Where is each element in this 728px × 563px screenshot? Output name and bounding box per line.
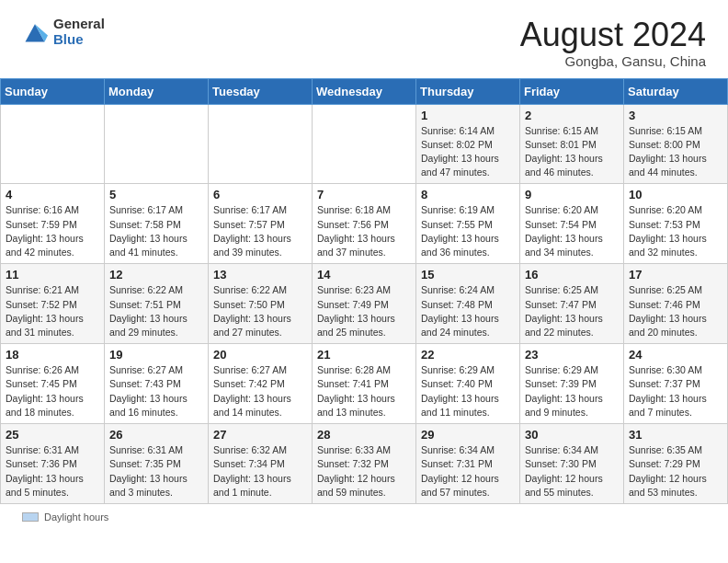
table-row: 12Sunrise: 6:22 AMSunset: 7:51 PMDayligh…	[105, 264, 209, 344]
col-saturday: Saturday	[624, 78, 728, 104]
daylight-bar-icon	[22, 512, 39, 522]
day-number: 1	[421, 109, 515, 122]
day-number: 12	[109, 268, 203, 282]
day-info: Sunrise: 6:32 AMSunset: 7:34 PMDaylight:…	[213, 444, 291, 498]
logo-icon	[22, 19, 48, 45]
title-block: August 2024 Gongba, Gansu, China	[520, 17, 706, 69]
col-sunday: Sunday	[1, 78, 105, 104]
day-number: 31	[629, 428, 722, 442]
day-info: Sunrise: 6:24 AMSunset: 7:48 PMDaylight:…	[421, 284, 499, 338]
footer: Daylight hours	[0, 504, 728, 526]
day-info: Sunrise: 6:20 AMSunset: 7:54 PMDaylight:…	[525, 204, 603, 258]
header: General Blue August 2024 Gongba, Gansu, …	[0, 0, 728, 78]
day-number: 3	[629, 109, 722, 122]
table-row: 13Sunrise: 6:22 AMSunset: 7:50 PMDayligh…	[209, 264, 313, 344]
day-info: Sunrise: 6:16 AMSunset: 7:59 PMDaylight:…	[6, 204, 84, 258]
table-row: 4Sunrise: 6:16 AMSunset: 7:59 PMDaylight…	[1, 184, 105, 264]
calendar-week-row: 25Sunrise: 6:31 AMSunset: 7:36 PMDayligh…	[1, 424, 728, 504]
calendar-header-row: Sunday Monday Tuesday Wednesday Thursday…	[1, 78, 728, 104]
day-number: 6	[213, 188, 307, 201]
footer-daylight-row: Daylight hours	[22, 511, 706, 523]
day-info: Sunrise: 6:30 AMSunset: 7:37 PMDaylight:…	[629, 364, 707, 418]
location-subtitle: Gongba, Gansu, China	[520, 53, 706, 69]
day-number: 13	[213, 268, 307, 282]
day-info: Sunrise: 6:31 AMSunset: 7:35 PMDaylight:…	[109, 444, 188, 498]
table-row: 21Sunrise: 6:28 AMSunset: 7:41 PMDayligh…	[313, 344, 416, 424]
table-row: 23Sunrise: 6:29 AMSunset: 7:39 PMDayligh…	[520, 344, 624, 424]
table-row: 2Sunrise: 6:15 AMSunset: 8:01 PMDaylight…	[520, 104, 624, 184]
day-info: Sunrise: 6:22 AMSunset: 7:50 PMDaylight:…	[213, 284, 291, 338]
table-row: 17Sunrise: 6:25 AMSunset: 7:46 PMDayligh…	[624, 264, 728, 344]
day-info: Sunrise: 6:27 AMSunset: 7:42 PMDaylight:…	[213, 364, 291, 418]
table-row: 6Sunrise: 6:17 AMSunset: 7:57 PMDaylight…	[209, 184, 313, 264]
day-number: 19	[109, 348, 203, 362]
day-info: Sunrise: 6:19 AMSunset: 7:55 PMDaylight:…	[421, 204, 499, 258]
table-row: 5Sunrise: 6:17 AMSunset: 7:58 PMDaylight…	[105, 184, 209, 264]
logo: General Blue	[22, 17, 105, 47]
day-number: 23	[525, 348, 619, 362]
day-info: Sunrise: 6:14 AMSunset: 8:02 PMDaylight:…	[421, 125, 499, 178]
page-wrapper: General Blue August 2024 Gongba, Gansu, …	[0, 0, 728, 526]
day-info: Sunrise: 6:33 AMSunset: 7:32 PMDaylight:…	[317, 444, 395, 498]
col-monday: Monday	[105, 78, 209, 104]
table-row: 3Sunrise: 6:15 AMSunset: 8:00 PMDaylight…	[624, 104, 728, 184]
day-info: Sunrise: 6:22 AMSunset: 7:51 PMDaylight:…	[109, 284, 188, 338]
table-row: 18Sunrise: 6:26 AMSunset: 7:45 PMDayligh…	[1, 344, 105, 424]
day-info: Sunrise: 6:15 AMSunset: 8:00 PMDaylight:…	[629, 125, 707, 178]
day-number: 29	[421, 428, 515, 442]
logo-text: General Blue	[53, 17, 105, 47]
day-number: 4	[6, 188, 99, 201]
day-info: Sunrise: 6:34 AMSunset: 7:30 PMDaylight:…	[525, 444, 603, 498]
calendar-week-row: 11Sunrise: 6:21 AMSunset: 7:52 PMDayligh…	[1, 264, 728, 344]
day-number: 15	[421, 268, 515, 282]
day-number: 10	[629, 188, 722, 201]
table-row	[105, 104, 209, 184]
day-info: Sunrise: 6:17 AMSunset: 7:57 PMDaylight:…	[213, 204, 291, 258]
table-row: 1Sunrise: 6:14 AMSunset: 8:02 PMDaylight…	[416, 104, 520, 184]
table-row: 25Sunrise: 6:31 AMSunset: 7:36 PMDayligh…	[1, 424, 105, 504]
logo-general-text: General	[53, 17, 105, 32]
day-info: Sunrise: 6:31 AMSunset: 7:36 PMDaylight:…	[6, 444, 84, 498]
day-number: 25	[6, 428, 99, 442]
day-number: 7	[317, 188, 411, 201]
calendar-week-row: 18Sunrise: 6:26 AMSunset: 7:45 PMDayligh…	[1, 344, 728, 424]
day-number: 21	[317, 348, 411, 362]
table-row: 30Sunrise: 6:34 AMSunset: 7:30 PMDayligh…	[520, 424, 624, 504]
day-number: 28	[317, 428, 411, 442]
table-row: 24Sunrise: 6:30 AMSunset: 7:37 PMDayligh…	[624, 344, 728, 424]
day-number: 30	[525, 428, 619, 442]
table-row: 11Sunrise: 6:21 AMSunset: 7:52 PMDayligh…	[1, 264, 105, 344]
day-number: 20	[213, 348, 307, 362]
logo-blue-text: Blue	[53, 32, 105, 48]
month-year-title: August 2024	[520, 17, 706, 53]
day-number: 14	[317, 268, 411, 282]
day-info: Sunrise: 6:29 AMSunset: 7:39 PMDaylight:…	[525, 364, 603, 418]
table-row	[1, 104, 105, 184]
day-info: Sunrise: 6:25 AMSunset: 7:47 PMDaylight:…	[525, 284, 603, 338]
day-info: Sunrise: 6:28 AMSunset: 7:41 PMDaylight:…	[317, 364, 395, 418]
table-row: 14Sunrise: 6:23 AMSunset: 7:49 PMDayligh…	[313, 264, 416, 344]
day-number: 8	[421, 188, 515, 201]
table-row: 22Sunrise: 6:29 AMSunset: 7:40 PMDayligh…	[416, 344, 520, 424]
day-number: 17	[629, 268, 722, 282]
table-row: 20Sunrise: 6:27 AMSunset: 7:42 PMDayligh…	[209, 344, 313, 424]
col-wednesday: Wednesday	[313, 78, 416, 104]
day-info: Sunrise: 6:29 AMSunset: 7:40 PMDaylight:…	[421, 364, 499, 418]
day-number: 26	[109, 428, 203, 442]
day-info: Sunrise: 6:15 AMSunset: 8:01 PMDaylight:…	[525, 125, 603, 178]
day-info: Sunrise: 6:27 AMSunset: 7:43 PMDaylight:…	[109, 364, 188, 418]
table-row: 27Sunrise: 6:32 AMSunset: 7:34 PMDayligh…	[209, 424, 313, 504]
table-row: 10Sunrise: 6:20 AMSunset: 7:53 PMDayligh…	[624, 184, 728, 264]
col-friday: Friday	[520, 78, 624, 104]
table-row: 29Sunrise: 6:34 AMSunset: 7:31 PMDayligh…	[416, 424, 520, 504]
table-row: 16Sunrise: 6:25 AMSunset: 7:47 PMDayligh…	[520, 264, 624, 344]
table-row: 31Sunrise: 6:35 AMSunset: 7:29 PMDayligh…	[624, 424, 728, 504]
calendar-week-row: 1Sunrise: 6:14 AMSunset: 8:02 PMDaylight…	[1, 104, 728, 184]
table-row: 19Sunrise: 6:27 AMSunset: 7:43 PMDayligh…	[105, 344, 209, 424]
table-row: 26Sunrise: 6:31 AMSunset: 7:35 PMDayligh…	[105, 424, 209, 504]
day-number: 18	[6, 348, 99, 362]
table-row: 8Sunrise: 6:19 AMSunset: 7:55 PMDaylight…	[416, 184, 520, 264]
day-number: 24	[629, 348, 722, 362]
day-info: Sunrise: 6:18 AMSunset: 7:56 PMDaylight:…	[317, 204, 395, 258]
table-row: 9Sunrise: 6:20 AMSunset: 7:54 PMDaylight…	[520, 184, 624, 264]
